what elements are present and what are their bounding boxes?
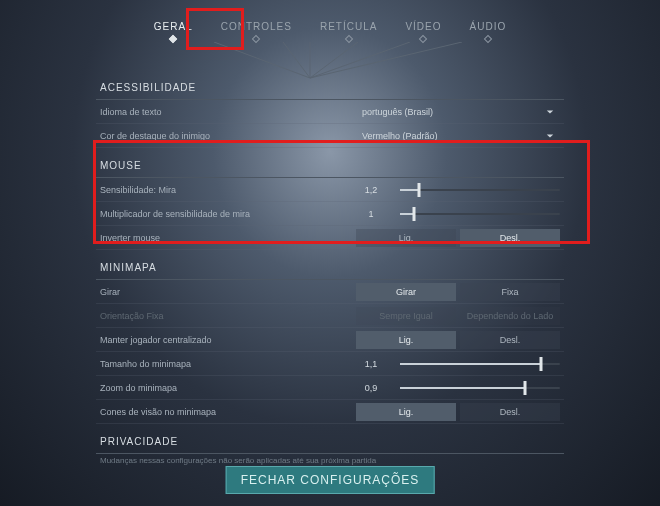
select-value: português (Brasil) xyxy=(362,107,433,117)
toggle-girar: Girar Fixa xyxy=(356,283,560,301)
select-value: Vermelho (Padrão) xyxy=(362,131,438,141)
toggle-orient-b: Dependendo do Lado xyxy=(460,307,560,325)
tab-indicator-icon xyxy=(252,35,260,43)
section-title-minimapa: MINIMAPA xyxy=(96,256,564,280)
slider-minimap-zoom[interactable]: 0,9 xyxy=(356,380,560,396)
toggle-inverter-mouse: Lig. Desl. xyxy=(356,229,560,247)
slider-sens-mira[interactable]: 1,2 xyxy=(356,182,560,198)
row-label: Multiplicador de sensibilidade de mira xyxy=(100,209,350,219)
row-label: Cor de destaque do inimigo xyxy=(100,131,350,141)
row-label: Manter jogador centralizado xyxy=(100,335,350,345)
tab-indicator-icon xyxy=(344,35,352,43)
row-label: Tamanho do minimapa xyxy=(100,359,350,369)
tab-bar: GERAL CONTROLES RETÍCULA VÍDEO ÁUDIO xyxy=(0,0,660,44)
row-label: Zoom do minimapa xyxy=(100,383,350,393)
slider-track[interactable] xyxy=(400,206,560,222)
row-label: Orientação Fixa xyxy=(100,311,350,321)
slider-thumb[interactable] xyxy=(413,207,416,221)
close-settings-button[interactable]: FECHAR CONFIGURAÇÕES xyxy=(226,466,435,494)
tab-reticula[interactable]: RETÍCULA xyxy=(308,17,389,44)
tab-video[interactable]: VÍDEO xyxy=(393,17,453,44)
toggle-center-a[interactable]: Lig. xyxy=(356,331,456,349)
row-minimap-size: Tamanho do minimapa 1,1 xyxy=(96,352,564,376)
slider-fill xyxy=(400,189,419,191)
row-cor-destaque: Cor de destaque do inimigo Vermelho (Pad… xyxy=(96,124,564,148)
slider-line xyxy=(400,213,560,215)
slider-value: 1,1 xyxy=(356,359,386,369)
slider-thumb[interactable] xyxy=(418,183,421,197)
row-inverter-mouse: Inverter mouse Lig. Desl. xyxy=(96,226,564,250)
select-idioma[interactable]: português (Brasil) xyxy=(356,103,560,121)
toggle-cones-a[interactable]: Lig. xyxy=(356,403,456,421)
tab-controles[interactable]: CONTROLES xyxy=(209,17,304,44)
row-idioma: Idioma de texto português (Brasil) xyxy=(96,100,564,124)
tab-audio[interactable]: ÁUDIO xyxy=(458,17,519,44)
close-bar: FECHAR CONFIGURAÇÕES xyxy=(226,466,435,494)
section-title-mouse: MOUSE xyxy=(96,154,564,178)
settings-content: ACESSIBILIDADE Idioma de texto português… xyxy=(0,44,660,469)
tab-indicator-icon xyxy=(169,35,177,43)
tab-label: GERAL xyxy=(154,21,193,32)
slider-value: 0,9 xyxy=(356,383,386,393)
row-minimap-zoom: Zoom do minimapa 0,9 xyxy=(96,376,564,400)
slider-track[interactable] xyxy=(400,182,560,198)
toggle-cones-b[interactable]: Desl. xyxy=(460,403,560,421)
row-label: Inverter mouse xyxy=(100,233,350,243)
row-label: Sensibilidade: Mira xyxy=(100,185,350,195)
slider-thumb[interactable] xyxy=(539,357,542,371)
toggle-off[interactable]: Desl. xyxy=(460,229,560,247)
toggle-center: Lig. Desl. xyxy=(356,331,560,349)
tab-geral[interactable]: GERAL xyxy=(142,17,205,44)
toggle-center-b[interactable]: Desl. xyxy=(460,331,560,349)
toggle-orient-a: Sempre Igual xyxy=(356,307,456,325)
tab-indicator-icon xyxy=(419,35,427,43)
tab-label: CONTROLES xyxy=(221,21,292,32)
slider-fill xyxy=(400,363,541,365)
slider-fill xyxy=(400,387,525,389)
row-mult-sens: Multiplicador de sensibilidade de mira 1 xyxy=(96,202,564,226)
slider-thumb[interactable] xyxy=(523,381,526,395)
chevron-down-icon xyxy=(546,108,554,116)
select-cor-destaque[interactable]: Vermelho (Padrão) xyxy=(356,127,560,145)
row-cones: Cones de visão no minimapa Lig. Desl. xyxy=(96,400,564,424)
slider-value: 1 xyxy=(356,209,386,219)
toggle-on[interactable]: Lig. xyxy=(356,229,456,247)
section-title-acessibilidade: ACESSIBILIDADE xyxy=(96,76,564,100)
slider-track[interactable] xyxy=(400,356,560,372)
tab-indicator-icon xyxy=(484,35,492,43)
tab-label: ÁUDIO xyxy=(470,21,507,32)
row-label: Idioma de texto xyxy=(100,107,350,117)
row-orientacao: Orientação Fixa Sempre Igual Dependendo … xyxy=(96,304,564,328)
tab-label: VÍDEO xyxy=(405,21,441,32)
slider-minimap-size[interactable]: 1,1 xyxy=(356,356,560,372)
slider-value: 1,2 xyxy=(356,185,386,195)
row-girar: Girar Girar Fixa xyxy=(96,280,564,304)
slider-track[interactable] xyxy=(400,380,560,396)
row-label: Girar xyxy=(100,287,350,297)
toggle-orientacao: Sempre Igual Dependendo do Lado xyxy=(356,307,560,325)
section-title-privacidade: PRIVACIDADE xyxy=(96,430,564,454)
toggle-cones: Lig. Desl. xyxy=(356,403,560,421)
toggle-girar-b[interactable]: Fixa xyxy=(460,283,560,301)
slider-line xyxy=(400,189,560,191)
chevron-down-icon xyxy=(546,132,554,140)
toggle-girar-a[interactable]: Girar xyxy=(356,283,456,301)
slider-mult-sens[interactable]: 1 xyxy=(356,206,560,222)
row-label: Cones de visão no minimapa xyxy=(100,407,350,417)
row-sens-mira: Sensibilidade: Mira 1,2 xyxy=(96,178,564,202)
tab-label: RETÍCULA xyxy=(320,21,377,32)
row-center: Manter jogador centralizado Lig. Desl. xyxy=(96,328,564,352)
